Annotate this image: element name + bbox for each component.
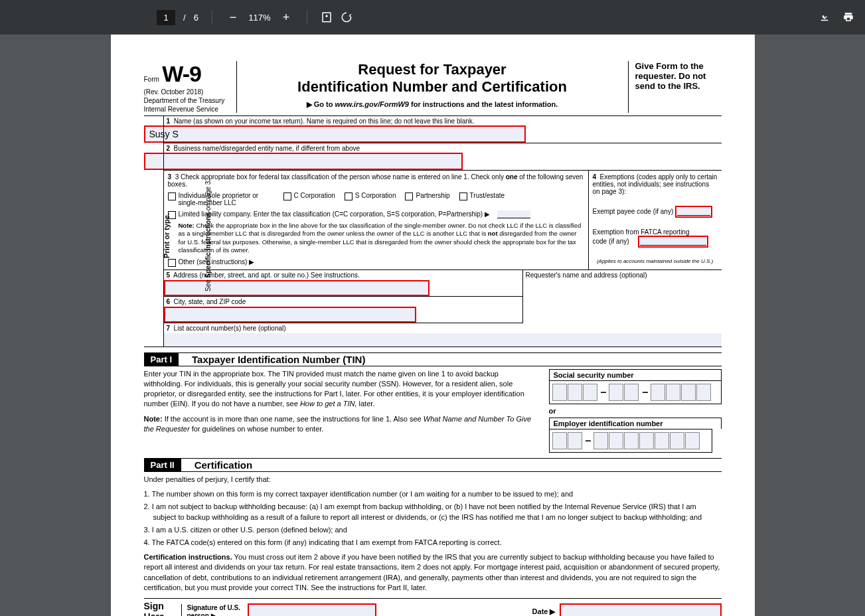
fatca-label: Exemption from FATCA reporting	[593, 228, 718, 236]
form-goto: ▶ Go to www.irs.gov/FormW9 for instructi…	[244, 100, 621, 109]
part1-note: Note: If the account is in more than one…	[144, 414, 537, 434]
opt-individual: Individual/sole proprietor or single-mem…	[179, 192, 274, 206]
download-icon[interactable]	[819, 11, 830, 23]
dept-line1: Department of the Treasury	[144, 97, 231, 104]
llc-class-input[interactable]	[497, 210, 530, 218]
zoom-out-button[interactable]: −	[226, 11, 241, 25]
checkbox-trust[interactable]	[459, 193, 467, 200]
line5-label: 5 Address (number, street, and apt. or s…	[164, 270, 522, 280]
svg-rect-0	[323, 13, 331, 22]
form-word: Form	[144, 76, 159, 83]
opt-other: Other (see instructions) ▶	[179, 258, 255, 266]
requester-label: Requester's name and address (optional)	[522, 270, 722, 323]
sidebar-instructions: Print or type. See Specific Instructions…	[144, 116, 164, 346]
cert-item-4: 4. The FATCA code(s) entered on this for…	[144, 538, 722, 548]
part2-title: Certification	[195, 459, 253, 471]
date-label: Date ▶	[532, 607, 556, 616]
date-input[interactable]	[561, 605, 720, 616]
applies-text: (Applies to accounts maintained outside …	[593, 257, 718, 266]
opt-trust: Trust/estate	[470, 192, 505, 199]
account-input[interactable]	[164, 333, 722, 346]
checkbox-partnership[interactable]	[405, 193, 413, 200]
zoom-level: 117%	[248, 13, 270, 23]
form-title-2: Identification Number and Certification	[244, 78, 621, 96]
form-title-1: Request for Taxpayer	[244, 61, 621, 78]
line6-label: 6 City, state, and ZIP code	[164, 297, 522, 307]
exempt-payee-input[interactable]	[677, 208, 710, 216]
page-total: 6	[194, 13, 198, 23]
fatca-label2: code (if any)	[593, 236, 718, 248]
opt-c-corp: C Corporation	[294, 192, 335, 199]
rotate-icon[interactable]	[341, 11, 353, 23]
ssn-label: Social security number	[549, 369, 722, 380]
fatca-input[interactable]	[640, 238, 706, 246]
ein-input-group[interactable]: –	[549, 429, 712, 453]
part1-label: Part I	[144, 353, 179, 366]
line1-label: 1 1 Name (as shown on your income tax re…	[164, 116, 722, 126]
business-name-input[interactable]	[145, 154, 461, 169]
checkbox-individual[interactable]	[168, 193, 176, 200]
cert-item-3: 3. I am a U.S. citizen or other U.S. per…	[144, 525, 722, 535]
opt-partnership: Partnership	[416, 192, 449, 199]
city-input[interactable]	[165, 308, 415, 321]
ein-label: Employer identification number	[549, 418, 722, 429]
cert-item-2: 2. I am not subject to backup withholdin…	[144, 502, 722, 522]
zoom-in-button[interactable]: +	[279, 11, 294, 25]
part2-label: Part II	[144, 459, 181, 471]
form-revision: (Rev. October 2018)	[144, 88, 231, 96]
dept-line2: Internal Revenue Service	[144, 106, 231, 113]
checkbox-s-corp[interactable]	[345, 193, 353, 200]
form-code: W-9	[162, 61, 201, 86]
divider	[212, 11, 212, 24]
line2-label: 2 Business name/disregarded entity name,…	[164, 143, 722, 153]
checkbox-other[interactable]	[168, 259, 176, 267]
perjury-text: Under penalties of perjury, I certify th…	[144, 475, 722, 485]
sign-here-label: Sign Here	[144, 601, 181, 616]
exempt-payee-label: Exempt payee code (if any)	[593, 206, 718, 218]
cert-instructions: Certification instructions. You must cro…	[144, 552, 722, 593]
pdf-toolbar: / 6 − 117% +	[0, 0, 865, 35]
line7-label: 7 List account number(s) here (optional)	[164, 323, 722, 333]
line3-label: 3 3 Check appropriate box for federal ta…	[168, 173, 584, 188]
part1-title: Taxpayer Identification Number (TIN)	[192, 354, 365, 365]
signature-label: Signature of U.S. person ▶	[181, 604, 248, 616]
page-separator: /	[183, 13, 186, 23]
print-icon[interactable]	[842, 11, 854, 23]
ssn-input-group[interactable]: – –	[549, 380, 722, 404]
part1-text: Enter your TIN in the appropriate box. T…	[144, 369, 537, 408]
line3-note: Note: Check the appropriate box in the l…	[168, 222, 584, 254]
divider	[307, 11, 307, 24]
line4-label: 4 Exemptions (codes apply only to certai…	[593, 173, 718, 195]
opt-s-corp: S Corporation	[355, 192, 396, 199]
opt-llc: Limited liability company. Enter the tax…	[179, 210, 490, 218]
page-number-input[interactable]	[157, 10, 175, 25]
or-text: or	[549, 407, 722, 415]
form-page: Form W-9 (Rev. October 2018) Department …	[111, 35, 755, 616]
signature-input[interactable]	[249, 605, 375, 616]
name-input[interactable]	[145, 127, 524, 141]
give-form-text: Give Form to the requester. Do not send …	[629, 61, 722, 113]
cert-item-1: 1. The number shown on this form is my c…	[144, 489, 722, 499]
checkbox-c-corp[interactable]	[283, 193, 291, 200]
fit-page-icon[interactable]	[321, 11, 333, 23]
